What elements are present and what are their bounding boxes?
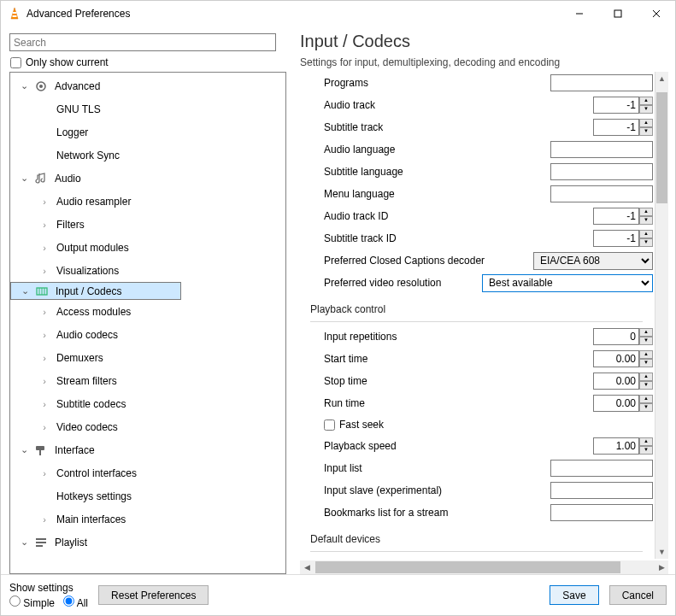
chevron-right-icon[interactable]: › [39,220,50,230]
tree-item-main-interfaces[interactable]: ›Main interfaces [10,507,285,531]
subtitle-track-spinner[interactable]: ▲▼ [593,119,653,136]
chevron-right-icon[interactable]: › [39,399,50,409]
menu-language-input[interactable] [550,185,653,202]
chevron-right-icon[interactable]: › [39,307,50,317]
cc-decoder-select[interactable]: EIA/CEA 608 [533,252,653,270]
chevron-right-icon[interactable]: › [39,422,50,432]
minimize-button[interactable] [560,1,598,26]
codec-icon [35,285,49,298]
expand-icon[interactable]: ⌄ [19,80,29,91]
tree-item-playlist[interactable]: ⌄ Playlist [10,531,285,554]
tree-item-control-interfaces[interactable]: ›Control interfaces [10,461,285,484]
tree-item-hotkeys-settings[interactable]: Hotkeys settings [10,484,285,507]
default-devices-group: Default devices [300,529,653,549]
tree-item-demuxers[interactable]: ›Demuxers [10,346,285,369]
tree-item-advanced[interactable]: ⌄ Advanced [10,74,285,97]
audio-language-label: Audio language [300,144,550,155]
start-time-spinner[interactable]: ▲▼ [593,350,653,367]
chevron-right-icon[interactable]: › [39,353,50,363]
chevron-right-icon[interactable]: › [39,330,50,340]
playback-speed-label: Playback speed [300,440,593,452]
window-title: Advanced Preferences [26,8,560,20]
spin-down-icon[interactable]: ▼ [639,105,653,114]
vertical-scrollbar[interactable]: ▲ ▼ [655,72,668,559]
tree-item-access-modules[interactable]: ›Access modules [10,300,285,323]
fast-seek-checkbox[interactable]: Fast seek [300,414,653,435]
scroll-thumb[interactable] [315,561,620,573]
chevron-right-icon[interactable]: › [39,243,50,253]
scroll-down-icon[interactable]: ▼ [655,545,668,559]
tree-item-stream-filters[interactable]: ›Stream filters [10,369,285,392]
simple-radio[interactable]: Simple [9,595,55,609]
scroll-left-icon[interactable]: ◀ [300,560,314,574]
tree-item-input-codecs[interactable]: ⌄ Input / Codecs [10,282,181,300]
only-show-current-check[interactable] [10,57,21,68]
subtitle-track-label: Subtitle track [300,121,593,133]
chevron-right-icon[interactable]: › [39,266,50,276]
only-show-current-checkbox[interactable]: Only show current [10,56,290,68]
svg-rect-1 [13,12,16,14]
horizontal-scrollbar[interactable]: ◀ ▶ [300,560,668,574]
audio-track-id-spinner[interactable]: ▲▼ [593,208,653,225]
chevron-right-icon[interactable]: › [39,376,50,386]
tree-item-audio[interactable]: ⌄ Audio [10,167,285,190]
tree-item-subtitle-codecs[interactable]: ›Subtitle codecs [10,392,285,415]
input-slave-input[interactable] [550,482,653,499]
chevron-right-icon[interactable]: › [39,197,50,207]
scroll-up-icon[interactable]: ▲ [655,72,668,85]
maximize-button[interactable] [598,1,637,26]
scroll-thumb[interactable] [656,92,667,203]
tree-item-network-sync[interactable]: Network Sync [10,144,285,167]
tree-item-visualizations[interactable]: ›Visualizations [10,259,285,282]
page-title: Input / Codecs [300,32,668,51]
reset-preferences-button[interactable]: Reset Preferences [98,585,209,605]
fast-seek-check[interactable] [324,419,335,431]
input-list-input[interactable] [550,460,653,477]
audio-track-spinner[interactable]: ▲▼ [593,97,653,114]
category-tree[interactable]: ⌄ Advanced GNU TLS Logger Network Sync ⌄… [10,73,285,573]
tree-label: Advanced [53,80,285,92]
close-button[interactable] [637,1,675,26]
expand-icon[interactable]: ⌄ [19,444,29,455]
bookmarks-input[interactable] [550,504,653,521]
tree-item-audio-codecs[interactable]: ›Audio codecs [10,323,285,346]
input-repetitions-spinner[interactable]: ▲▼ [593,328,653,345]
paintbrush-icon [34,443,48,457]
all-radio[interactable]: All [63,595,88,609]
expand-icon[interactable]: ⌄ [19,173,29,184]
audio-language-input[interactable] [550,141,653,158]
stop-time-label: Stop time [300,375,593,387]
run-time-spinner[interactable]: ▲▼ [593,395,653,412]
cancel-button[interactable]: Cancel [609,585,667,605]
tree-item-logger[interactable]: Logger [10,120,285,144]
tree-item-filters[interactable]: ›Filters [10,213,285,236]
expand-icon[interactable]: ⌄ [19,537,29,548]
music-note-icon [34,172,48,185]
playback-speed-spinner[interactable]: ▲▼ [593,437,653,455]
tree-item-gnu-tls[interactable]: GNU TLS [10,97,285,120]
subtitle-track-id-spinner[interactable]: ▲▼ [593,230,653,247]
video-resolution-select[interactable]: Best available [482,274,653,292]
scroll-right-icon[interactable]: ▶ [655,560,668,574]
chevron-right-icon[interactable]: › [39,468,50,478]
gear-icon [34,79,48,93]
stop-time-spinner[interactable]: ▲▼ [593,373,653,390]
programs-label: Programs [300,77,550,89]
search-input[interactable] [9,33,276,51]
subtitle-language-input[interactable] [550,163,653,180]
video-resolution-label: Preferred video resolution [300,277,482,289]
menu-language-label: Menu language [300,188,550,200]
programs-input[interactable] [550,74,653,91]
spin-up-icon[interactable]: ▲ [639,97,653,105]
subtitle-track-id-label: Subtitle track ID [300,232,593,244]
settings-pane: Programs Audio track ▲▼ Subtitle track ▲… [300,72,655,559]
tree-item-audio-resampler[interactable]: ›Audio resampler [10,190,285,213]
tree-item-interface[interactable]: ⌄ Interface [10,438,285,461]
input-repetitions-label: Input repetitions [300,331,593,343]
tree-item-output-modules[interactable]: ›Output modules [10,236,285,259]
tree-item-video-codecs[interactable]: ›Video codecs [10,415,285,438]
bookmarks-label: Bookmarks list for a stream [300,507,550,519]
expand-icon[interactable]: ⌄ [20,285,30,296]
chevron-right-icon[interactable]: › [39,514,50,525]
save-button[interactable]: Save [550,585,598,605]
